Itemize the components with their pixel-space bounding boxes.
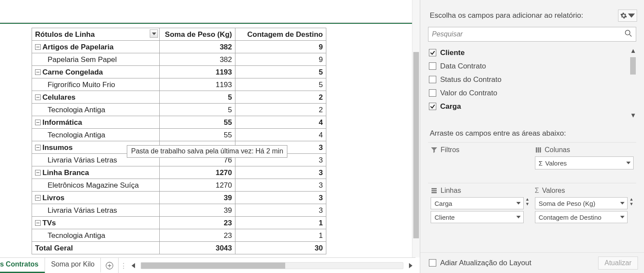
defer-layout-checkbox[interactable]: Adiar Atualização do Layout [429, 259, 531, 267]
area-columns[interactable]: Colunas Σ Valores [532, 142, 637, 183]
pivot-group-label: Celulares [42, 93, 76, 101]
pivot-leaf-dest[interactable]: 3 [235, 179, 326, 192]
pivot-leaf-dest[interactable]: 3 [235, 204, 326, 217]
pivot-leaf-cell[interactable]: Papelaria Sem Papel [32, 53, 160, 66]
area-values[interactable]: Σ Valores Soma de Peso (Kg) Contagem de … [532, 183, 637, 224]
pivot-group-peso[interactable]: 39 [160, 192, 235, 204]
rows-item-cliente[interactable]: Cliente [431, 211, 524, 223]
move-up-icon[interactable]: ▲ [629, 197, 634, 202]
rows-item-carga[interactable]: Carga [431, 197, 524, 209]
checkbox-icon [429, 103, 436, 110]
values-item-destino[interactable]: Contagem de Destino [535, 211, 628, 223]
pivot-group-peso[interactable]: 1270 [160, 166, 235, 179]
rows-reorder-buttons[interactable]: ▲ ▼ [525, 197, 530, 206]
pivot-total-peso[interactable]: 3043 [160, 242, 235, 254]
pivot-group-peso[interactable]: 55 [160, 116, 235, 129]
pivot-group-cell[interactable]: Livros [32, 192, 160, 204]
collapse-icon[interactable] [35, 170, 41, 176]
values-item-peso[interactable]: Soma de Peso (Kg) [535, 197, 628, 209]
pivot-leaf-peso[interactable]: 39 [160, 204, 235, 217]
area-rows[interactable]: Linhas Carga Cliente ▲ ▼ [428, 183, 532, 224]
pivot-group-cell[interactable]: TVs [32, 217, 160, 229]
field-list-scrollbar-thumb[interactable] [630, 57, 636, 75]
pivot-group-dest[interactable]: 3 [235, 192, 326, 204]
tab-strip-grip[interactable]: ⋮ [118, 258, 129, 273]
pivot-table[interactable]: Rótulos de Linha Soma de Peso (Kg) Conta… [32, 28, 326, 254]
move-down-icon[interactable]: ▼ [525, 202, 530, 206]
hscroll-left[interactable] [129, 258, 139, 273]
field-row[interactable]: Valor do Contrato [428, 86, 636, 100]
pivot-group-dest[interactable]: 2 [235, 91, 326, 104]
pivot-leaf-dest[interactable]: 2 [235, 104, 326, 116]
checkbox-icon [429, 89, 436, 97]
pivot-leaf-dest[interactable]: 5 [235, 78, 326, 91]
collapse-icon[interactable] [35, 44, 41, 50]
sheet-tab-contratos[interactable]: s Contratos [0, 258, 45, 273]
row-filter-dropdown[interactable] [150, 29, 158, 38]
columns-item-valores[interactable]: Σ Valores [535, 156, 634, 169]
pivot-group-cell[interactable]: Linha Branca [32, 166, 160, 179]
pivot-leaf-dest[interactable]: 9 [235, 53, 326, 66]
collapse-icon[interactable] [35, 94, 41, 100]
collapse-icon[interactable] [35, 120, 41, 125]
pivot-header-destino[interactable]: Contagem de Destino [235, 28, 326, 41]
collapse-icon[interactable] [35, 145, 41, 150]
pivot-group-dest[interactable]: 1 [235, 217, 326, 229]
horizontal-scrollbar-thumb[interactable] [141, 263, 285, 269]
update-button[interactable]: Atualizar [598, 257, 638, 270]
field-row[interactable]: Cliente [428, 46, 636, 59]
move-up-icon[interactable]: ▲ [525, 197, 530, 202]
pivot-group-peso[interactable]: 1193 [160, 66, 235, 78]
vertical-scrollbar-thumb[interactable] [413, 52, 419, 238]
pivot-leaf-cell[interactable]: Tecnologia Antiga [32, 129, 160, 141]
pivot-total-dest[interactable]: 30 [235, 242, 326, 254]
field-row[interactable]: Status do Contrato [428, 73, 636, 86]
pivot-group-peso[interactable]: 382 [160, 41, 235, 53]
pivot-leaf-peso[interactable]: 5 [160, 104, 235, 116]
pivot-group-cell[interactable]: Informática [32, 116, 160, 129]
pivot-leaf-peso[interactable]: 382 [160, 53, 235, 66]
collapse-icon[interactable] [35, 195, 41, 201]
move-down-icon[interactable]: ▼ [629, 202, 634, 206]
pivot-group-cell[interactable]: Carne Congelada [32, 66, 160, 78]
pivot-leaf-cell[interactable]: Tecnologia Antiga [32, 104, 160, 116]
pivot-group-peso[interactable]: 5 [160, 91, 235, 104]
pivot-header-rowlabels[interactable]: Rótulos de Linha [32, 28, 160, 41]
pivot-group-dest[interactable]: 3 [235, 166, 326, 179]
field-row[interactable]: Data Contrato [428, 59, 636, 73]
pivot-leaf-cell[interactable]: Figrorífico Muito Frio [32, 78, 160, 91]
pivot-group-dest[interactable]: 4 [235, 116, 326, 129]
pivot-leaf-dest[interactable]: 1 [235, 229, 326, 242]
sheet-tab-soma-kilo[interactable]: Soma por Kilo [45, 258, 101, 273]
field-search-input[interactable]: Pesquisar [428, 27, 636, 42]
horizontal-scrollbar[interactable] [141, 262, 403, 269]
pivot-group-peso[interactable]: 23 [160, 217, 235, 229]
pivot-header-peso[interactable]: Soma de Peso (Kg) [160, 28, 235, 41]
field-list-options-button[interactable] [618, 10, 637, 22]
pivot-leaf-cell[interactable]: Eletrônicos Magazine Suíça [32, 179, 160, 192]
pivot-leaf-peso[interactable]: 23 [160, 229, 235, 242]
field-list[interactable]: ClienteData ContratoStatus do ContratoVa… [428, 46, 636, 120]
pivot-group-cell[interactable]: Artigos de Papelaria [32, 41, 160, 53]
pivot-group-dest[interactable]: 9 [235, 41, 326, 53]
pivot-areas-grid: Filtros Colunas Σ Valores Linhas [428, 142, 636, 224]
values-reorder-buttons[interactable]: ▲ ▼ [629, 197, 634, 206]
triangle-down-icon[interactable]: ▼ [630, 111, 636, 119]
pivot-leaf-peso[interactable]: 55 [160, 129, 235, 141]
area-filters[interactable]: Filtros [428, 142, 532, 183]
pivot-group-dest[interactable]: 5 [235, 66, 326, 78]
pivot-leaf-peso[interactable]: 1270 [160, 179, 235, 192]
collapse-icon[interactable] [35, 220, 41, 226]
pivot-total-label[interactable]: Total Geral [32, 242, 160, 254]
triangle-up-icon[interactable]: ▲ [630, 47, 636, 54]
new-sheet-button[interactable] [101, 258, 118, 273]
pivot-leaf-peso[interactable]: 1193 [160, 78, 235, 91]
field-row[interactable]: Carga [428, 100, 636, 113]
hscroll-right[interactable] [405, 258, 415, 273]
collapse-icon[interactable] [35, 69, 41, 75]
pivot-leaf-dest[interactable]: 4 [235, 129, 326, 141]
pivot-leaf-cell[interactable]: Livraria Várias Letras [32, 204, 160, 217]
pivot-leaf-cell[interactable]: Tecnologia Antiga [32, 229, 160, 242]
vertical-scrollbar[interactable] [412, 0, 420, 257]
pivot-group-cell[interactable]: Celulares [32, 91, 160, 104]
